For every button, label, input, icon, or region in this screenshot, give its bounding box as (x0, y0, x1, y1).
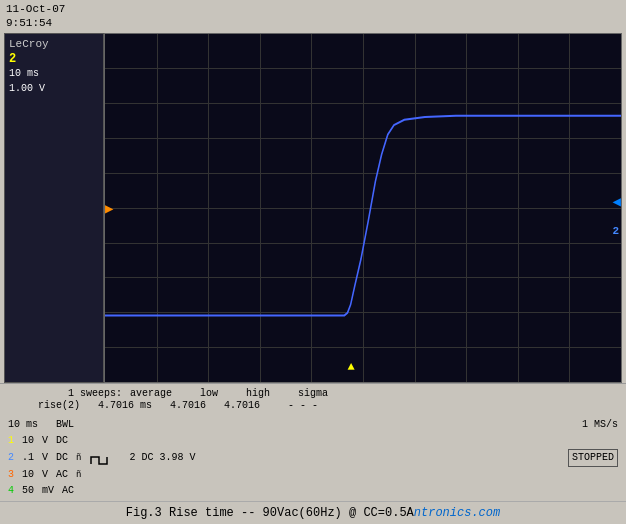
ch3-num: 3 (8, 467, 14, 483)
ch2-screen-label: 2 (612, 225, 619, 237)
ch4-num: 4 (8, 483, 14, 499)
controls-line5: 4 50 mV AC (8, 483, 618, 499)
bwl-label: BWL (56, 417, 74, 433)
square-wave-icon (89, 454, 111, 466)
ch1-num: 1 (8, 433, 14, 449)
ch3-coupling-icon: ñ (76, 468, 81, 482)
high-value: 4.7016 (224, 400, 260, 411)
meas-param: rise(2) (38, 400, 80, 411)
scope-screen-area: LeCroy 2 10 ms 1.00 V (0, 33, 626, 383)
ch4-coupling: AC (62, 483, 74, 499)
sample-rate: 1 MS/s (582, 419, 618, 430)
time-text: 9:51:54 (6, 16, 65, 30)
timebase-info: 10 ms 1.00 V (9, 66, 99, 96)
ch2-num: 2 (8, 450, 14, 466)
bottom-controls: 10 ms BWL 1 MS/s 1 10 V DC 2 .1 V DC ñ 2… (0, 415, 626, 501)
ch2-coupling-icon: ñ (76, 451, 81, 465)
low-label: low (200, 388, 218, 399)
left-marker: ▶ (105, 199, 113, 216)
right-marker: ◀ (613, 192, 621, 209)
ch1-unit: V (42, 433, 48, 449)
ch2-volts: .1 (22, 450, 34, 466)
controls-line2: 1 10 V DC (8, 433, 618, 449)
figure-caption: Fig.3 Rise time -- 90Vac(60Hz) @ CC=0.5A… (0, 501, 626, 524)
trigger-marker: ▲ (348, 360, 355, 374)
ch4-unit: mV (42, 483, 54, 499)
top-bar: 11-Oct-07 9:51:54 (0, 0, 626, 33)
avg-label: average (130, 388, 172, 399)
sigma-label: sigma (298, 388, 328, 399)
waveform-svg (105, 34, 621, 382)
channel-label: 2 (9, 52, 99, 66)
date-text: 11-Oct-07 (6, 2, 65, 16)
timebase-value: 10 ms (9, 66, 99, 81)
left-info-panel: LeCroy 2 10 ms 1.00 V (4, 33, 104, 383)
ch1-coupling: DC (56, 433, 68, 449)
stopped-label: STOPPED (572, 452, 614, 463)
right-status: 1 MS/s (582, 417, 618, 433)
ch2-dc-info: 2 DC 3.98 V (129, 450, 195, 466)
sigma-value: - - - (288, 400, 318, 411)
ch3-unit: V (42, 467, 48, 483)
volts-div-value: 1.00 V (9, 81, 99, 96)
caption-text: Fig.3 Rise time -- 90Vac(60Hz) @ CC=0.5A (126, 506, 414, 520)
meas-row-values: rise(2) 4.7016 ms 4.7016 4.7016 - - - (8, 400, 618, 411)
controls-line1: 10 ms BWL 1 MS/s (8, 417, 618, 433)
ch2-coupling: DC (56, 450, 68, 466)
ch3-volts: 10 (22, 467, 34, 483)
meas-row-header: 1 sweeps: average low high sigma (8, 388, 618, 399)
high-label: high (246, 388, 270, 399)
controls-line3: 2 .1 V DC ñ 2 DC 3.98 V STOPPED (8, 449, 618, 467)
ch3-coupling: AC (56, 467, 68, 483)
ch1-volts: 10 (22, 433, 34, 449)
ch4-volts: 50 (22, 483, 34, 499)
oscilloscope-display: 11-Oct-07 9:51:54 LeCroy 2 10 ms 1.00 V (0, 0, 626, 524)
scope-screen: ▶ ◀ 2 ▲ (104, 33, 622, 383)
brand-label: LeCroy (9, 38, 99, 50)
ch2-unit: V (42, 450, 48, 466)
stopped-box: STOPPED (568, 449, 618, 467)
sweeps-text: 1 sweeps: (68, 388, 122, 399)
controls-line4: 3 10 V AC ñ (8, 467, 618, 483)
measurements-bar: 1 sweeps: average low high sigma rise(2)… (0, 383, 626, 415)
timebase-label: 10 ms (8, 417, 38, 433)
datetime-display: 11-Oct-07 9:51:54 (6, 2, 65, 31)
watermark-text: ntronics.com (414, 506, 500, 520)
avg-value: 4.7016 ms (98, 400, 152, 411)
low-value: 4.7016 (170, 400, 206, 411)
